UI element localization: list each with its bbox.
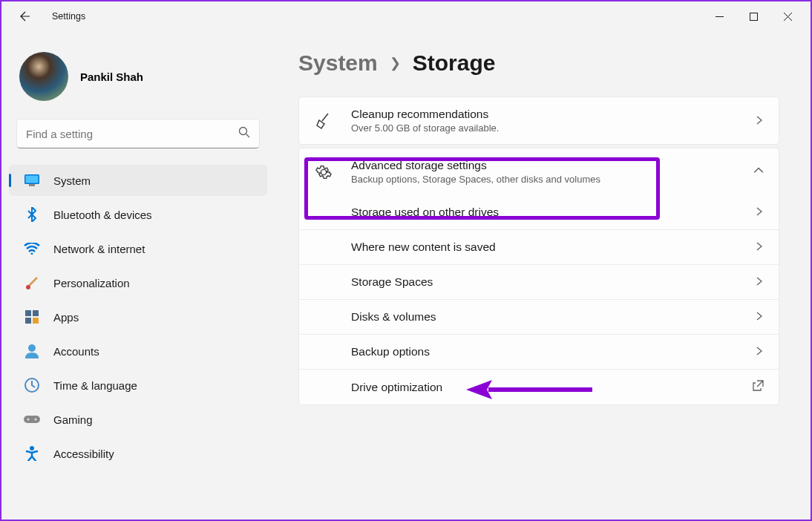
sidebar-item-accessibility[interactable]: Accessibility [9, 438, 267, 469]
sidebar-item-time[interactable]: Time & language [9, 370, 267, 401]
svg-point-11 [28, 344, 36, 352]
breadcrumb: System ❯ Storage [298, 50, 779, 76]
advanced-subtitle: Backup options, Storage Spaces, other di… [351, 174, 600, 185]
sidebar: Pankil Shah System Bluetooth & devices [1, 31, 276, 520]
gear-icon [314, 163, 333, 182]
app-title: Settings [52, 11, 85, 22]
paintbrush-icon [24, 275, 40, 291]
accessibility-icon [24, 445, 40, 462]
sub-item-label: Where new content is saved [351, 240, 496, 254]
minimize-icon [716, 13, 724, 21]
system-icon [24, 172, 40, 189]
sidebar-item-label: Bluetooth & devices [53, 209, 152, 221]
chevron-right-icon [755, 240, 764, 254]
sidebar-item-bluetooth[interactable]: Bluetooth & devices [9, 199, 267, 230]
apps-icon [24, 309, 40, 325]
svg-rect-13 [24, 416, 40, 423]
maximize-icon [750, 13, 758, 21]
svg-point-15 [35, 419, 37, 421]
maximize-button[interactable] [736, 4, 770, 28]
svg-point-6 [26, 285, 30, 289]
storage-other-drives-item[interactable]: Storage used on other drives [299, 195, 779, 229]
close-icon [784, 13, 792, 21]
sidebar-item-label: Accounts [53, 345, 99, 358]
user-profile[interactable]: Pankil Shah [9, 46, 267, 119]
backup-options-item[interactable]: Backup options [299, 334, 779, 369]
sidebar-item-label: Apps [53, 311, 79, 324]
bluetooth-icon [24, 206, 40, 223]
svg-rect-8 [33, 310, 39, 316]
sidebar-item-label: System [53, 174, 91, 187]
advanced-storage-settings-item[interactable]: Advanced storage settings Backup options… [299, 148, 779, 195]
drive-optimization-item[interactable]: Drive optimization [299, 369, 779, 404]
sidebar-item-label: Personalization [53, 277, 130, 289]
sidebar-item-accounts[interactable]: Accounts [9, 335, 267, 367]
svg-point-5 [31, 253, 33, 255]
svg-rect-0 [750, 13, 757, 20]
chevron-right-icon [755, 310, 764, 324]
chevron-up-icon [753, 166, 764, 179]
sidebar-item-label: Accessibility [53, 448, 114, 460]
cleanup-recommendations-item[interactable]: Cleanup recommendations Over 5.00 GB of … [299, 97, 779, 144]
broom-icon [314, 111, 333, 131]
sub-item-label: Disks & volumes [351, 310, 436, 324]
sub-item-label: Storage used on other drives [351, 206, 499, 219]
search-input[interactable] [26, 128, 238, 140]
storage-spaces-item[interactable]: Storage Spaces [299, 264, 779, 299]
chevron-right-icon [755, 206, 764, 219]
breadcrumb-parent[interactable]: System [298, 50, 378, 76]
wifi-icon [24, 240, 40, 257]
sidebar-item-label: Time & language [53, 379, 137, 392]
svg-rect-3 [26, 176, 39, 183]
svg-rect-4 [29, 184, 35, 186]
sidebar-item-gaming[interactable]: Gaming [9, 404, 267, 435]
svg-point-16 [30, 446, 34, 450]
clock-globe-icon [24, 377, 40, 393]
chevron-right-icon [755, 114, 764, 128]
sidebar-item-apps[interactable]: Apps [9, 301, 267, 332]
chevron-right-icon: ❯ [390, 55, 401, 71]
external-link-icon [753, 380, 764, 394]
svg-point-1 [240, 128, 247, 135]
sidebar-item-network[interactable]: Network & internet [9, 233, 267, 264]
sub-item-label: Drive optimization [351, 381, 442, 394]
close-button[interactable] [770, 4, 805, 28]
svg-rect-7 [25, 310, 31, 316]
sub-item-label: Storage Spaces [351, 275, 433, 289]
chevron-right-icon [755, 345, 764, 358]
svg-rect-9 [25, 318, 31, 324]
search-box[interactable] [16, 119, 260, 148]
main-content: System ❯ Storage Cleanup recommendations… [276, 31, 811, 520]
svg-point-14 [27, 419, 30, 421]
back-arrow-icon [19, 10, 31, 22]
sidebar-item-personalization[interactable]: Personalization [9, 267, 267, 298]
svg-rect-10 [33, 318, 39, 324]
search-icon [238, 126, 250, 141]
back-button[interactable] [13, 4, 37, 28]
page-title: Storage [413, 50, 496, 76]
sidebar-item-label: Gaming [53, 413, 93, 426]
disks-volumes-item[interactable]: Disks & volumes [299, 299, 779, 334]
minimize-button[interactable] [702, 4, 736, 28]
avatar [19, 52, 68, 101]
cleanup-subtitle: Over 5.00 GB of storage available. [351, 122, 499, 134]
user-name: Pankil Shah [80, 71, 143, 83]
chevron-right-icon [755, 275, 764, 289]
cleanup-title: Cleanup recommendations [351, 108, 499, 121]
gamepad-icon [24, 411, 40, 427]
person-icon [24, 343, 40, 359]
where-new-content-item[interactable]: Where new content is saved [299, 229, 779, 264]
sub-item-label: Backup options [351, 345, 430, 358]
advanced-title: Advanced storage settings [351, 159, 600, 172]
sidebar-item-label: Network & internet [53, 243, 145, 255]
sidebar-item-system[interactable]: System [9, 165, 267, 196]
